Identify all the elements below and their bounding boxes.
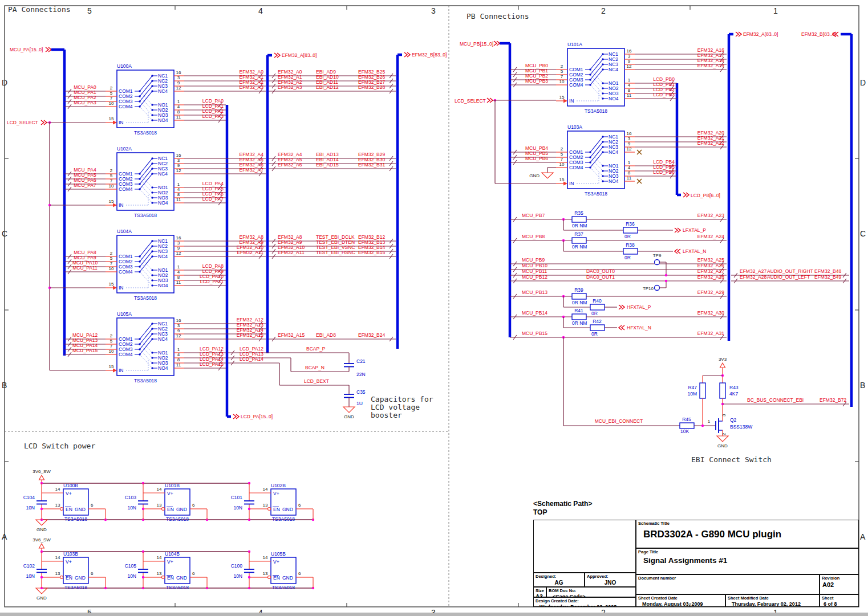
svg-text:R35: R35 xyxy=(574,210,583,216)
svg-text:AUDIO_OUT_LEFT: AUDIO_OUT_LEFT xyxy=(767,274,810,280)
svg-text:9: 9 xyxy=(177,163,180,168)
svg-text:5: 5 xyxy=(110,91,113,96)
svg-text:10M: 10M xyxy=(687,391,697,397)
svg-text:TP10: TP10 xyxy=(643,286,654,291)
svg-text:8: 8 xyxy=(177,275,180,280)
svg-text:GND: GND xyxy=(176,507,187,512)
svg-text:MCU_PB9: MCU_PB9 xyxy=(522,257,545,263)
svg-text:14: 14 xyxy=(157,555,162,560)
svg-text:GND: GND xyxy=(529,173,540,178)
svg-text:MCU_PB[15..0]: MCU_PB[15..0] xyxy=(460,41,493,47)
svg-text:EFM32_A27: EFM32_A27 xyxy=(740,268,767,274)
svg-text:U104A: U104A xyxy=(117,229,132,234)
svg-text:COM4: COM4 xyxy=(119,269,133,275)
svg-text:NC4: NC4 xyxy=(609,67,618,72)
doc-number-cell: Document number xyxy=(636,574,820,594)
svg-text:10N: 10N xyxy=(233,505,242,511)
approved-cell: Approved: JNO xyxy=(585,573,636,587)
svg-text:LFXTAL_N: LFXTAL_N xyxy=(683,248,706,254)
svg-text:MCU_PB8: MCU_PB8 xyxy=(522,234,545,239)
svg-text:7: 7 xyxy=(110,178,113,183)
svg-text:16: 16 xyxy=(627,48,632,54)
svg-text:11: 11 xyxy=(176,362,181,368)
schematic-path-value: TOP xyxy=(533,508,547,516)
svg-text:R47: R47 xyxy=(688,385,697,390)
svg-text:EFM32_A22: EFM32_A22 xyxy=(697,140,725,146)
svg-text:EFM32_A31: EFM32_A31 xyxy=(697,331,725,336)
svg-text:LCD_SELECT: LCD_SELECT xyxy=(7,120,38,125)
schematic-title-cell: Schematic Title BRD3302A - G890 MCU plug… xyxy=(636,520,859,548)
svg-text:U102A: U102A xyxy=(117,146,132,152)
svg-text:EFM32_A30: EFM32_A30 xyxy=(697,310,725,316)
svg-text:EFM32_B24: EFM32_B24 xyxy=(358,332,386,338)
capacitor-note: Capacitors for LCD voltage booster xyxy=(371,395,433,419)
svg-text:0R: 0R xyxy=(624,234,631,239)
svg-text:C103: C103 xyxy=(125,495,137,500)
svg-text:12: 12 xyxy=(176,85,181,91)
svg-text:R37: R37 xyxy=(574,231,583,237)
svg-text:EN: EN xyxy=(273,507,280,512)
svg-text:U101A: U101A xyxy=(567,42,582,47)
svg-text:NC4: NC4 xyxy=(158,254,168,259)
svg-text:3: 3 xyxy=(177,323,180,328)
svg-text:EFM32_A19: EFM32_A19 xyxy=(697,63,725,68)
sheet-modified-cell: Sheet Modified Date Thursday, February 0… xyxy=(725,594,820,607)
svg-text:C: C xyxy=(2,229,7,238)
svg-text:6: 6 xyxy=(298,571,301,576)
svg-text:14: 14 xyxy=(55,555,60,560)
logo-cell xyxy=(533,520,636,573)
svg-text:V+: V+ xyxy=(66,559,72,565)
svg-text:MCU_PB13: MCU_PB13 xyxy=(522,289,547,295)
svg-text:5: 5 xyxy=(561,152,563,157)
svg-text:MCU_PA7: MCU_PA7 xyxy=(74,182,96,188)
svg-text:0R: 0R xyxy=(624,255,631,260)
svg-text:14: 14 xyxy=(263,555,268,560)
svg-text:3: 3 xyxy=(431,6,436,15)
svg-text:EFM32_A27: EFM32_A27 xyxy=(697,268,725,274)
svg-text:BCAP_P: BCAP_P xyxy=(306,346,326,352)
svg-text:LCD_PA[15..0]: LCD_PA[15..0] xyxy=(241,414,273,419)
svg-text:COM4: COM4 xyxy=(569,165,583,170)
svg-text:0R: 0R xyxy=(591,311,598,316)
svg-text:2: 2 xyxy=(561,64,563,69)
svg-text:1U: 1U xyxy=(356,401,363,406)
svg-text:9: 9 xyxy=(177,246,180,251)
svg-text:U105A: U105A xyxy=(117,311,132,317)
svg-text:11: 11 xyxy=(627,176,632,181)
section-title-ebi: EBI Connect Switch xyxy=(691,456,772,464)
svg-text:10N: 10N xyxy=(127,573,136,579)
svg-text:MCU_PB12: MCU_PB12 xyxy=(522,274,547,280)
svg-text:C21: C21 xyxy=(356,358,366,364)
svg-text:4: 4 xyxy=(177,104,180,109)
svg-text:C: C xyxy=(860,229,866,238)
svg-text:EFM32_A3: EFM32_A3 xyxy=(239,84,263,90)
svg-text:11: 11 xyxy=(176,280,181,285)
svg-text:16: 16 xyxy=(627,131,632,136)
svg-text:8: 8 xyxy=(177,357,180,362)
svg-text:D: D xyxy=(860,78,866,87)
svg-text:3: 3 xyxy=(628,54,631,59)
svg-text:MCU_PB14: MCU_PB14 xyxy=(522,310,547,316)
svg-text:COM4: COM4 xyxy=(119,352,133,357)
svg-text:EFM32_B[83..0]: EFM32_B[83..0] xyxy=(801,31,836,37)
svg-text:1: 1 xyxy=(177,264,180,270)
svg-text:0R: 0R xyxy=(591,331,598,337)
svg-text:EFM32_A15: EFM32_A15 xyxy=(278,332,305,338)
svg-text:BSS138W: BSS138W xyxy=(730,424,752,430)
svg-text:EFM32_B31: EFM32_B31 xyxy=(358,162,386,168)
svg-text:2: 2 xyxy=(110,168,113,173)
svg-text:MCU_PA[15..0]: MCU_PA[15..0] xyxy=(10,47,43,52)
section-title-pb: PB Connections xyxy=(467,13,529,21)
svg-text:TS3A5018: TS3A5018 xyxy=(134,295,157,301)
svg-text:TS3A5018: TS3A5018 xyxy=(64,516,87,522)
svg-text:3V6_SW: 3V6_SW xyxy=(33,537,51,542)
svg-text:C35: C35 xyxy=(356,389,366,395)
svg-text:U100A: U100A xyxy=(117,63,132,69)
svg-text:0R NM: 0R NM xyxy=(572,300,587,305)
svg-text:1: 1 xyxy=(628,160,631,165)
svg-text:TS3A5018: TS3A5018 xyxy=(134,130,157,136)
bottom-band xyxy=(0,613,868,616)
svg-text:TS3A5018: TS3A5018 xyxy=(166,516,189,522)
svg-text:13: 13 xyxy=(157,571,162,576)
svg-text:EFM32_B15: EFM32_B15 xyxy=(358,250,386,255)
